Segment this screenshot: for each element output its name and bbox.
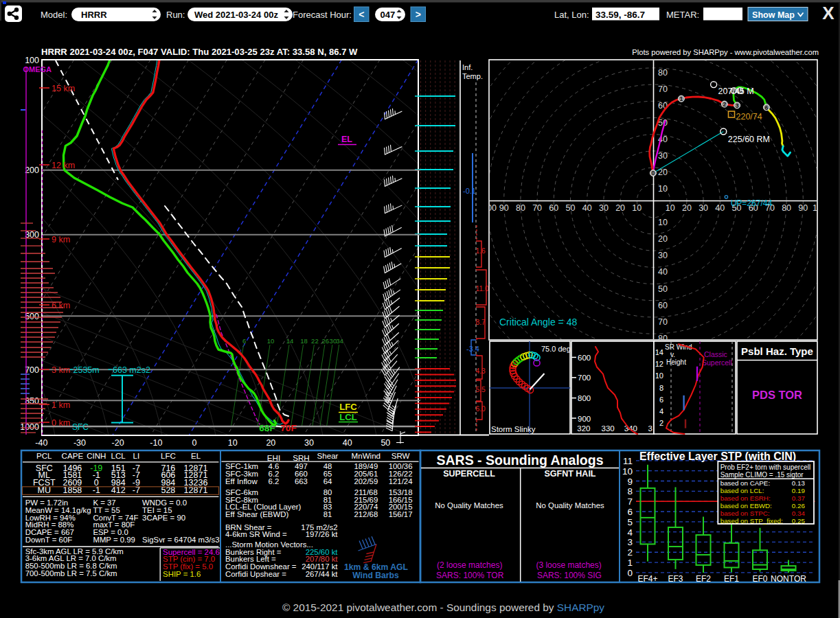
- svg-text:EHI: EHI: [267, 453, 280, 462]
- svg-text:14: 14: [286, 337, 294, 345]
- svg-text:70: 70: [658, 84, 668, 94]
- svg-text:1: 1: [680, 95, 683, 102]
- svg-text:75.0 deg: 75.0 deg: [541, 345, 571, 353]
- svg-text:-20: -20: [112, 438, 124, 448]
- svg-text:700: 700: [25, 365, 39, 375]
- svg-text:0: 0: [192, 438, 197, 448]
- svg-text:-10: -10: [150, 438, 162, 448]
- svg-text:0.19: 0.19: [792, 487, 805, 494]
- svg-text:50: 50: [381, 438, 390, 448]
- svg-text:Psbl Haz. Type: Psbl Haz. Type: [741, 345, 813, 357]
- svg-text:Supercell: Supercell: [702, 358, 732, 367]
- svg-text:UP=267/44: UP=267/44: [731, 198, 773, 208]
- svg-text:34: 34: [336, 337, 343, 345]
- svg-text:(3 loose matches): (3 loose matches): [536, 560, 601, 570]
- svg-text:SHIP = 1.6: SHIP = 1.6: [163, 570, 201, 578]
- svg-text:64: 64: [323, 477, 332, 485]
- svg-text:10: 10: [658, 218, 668, 227]
- svg-text:33.59, -86.7: 33.59, -86.7: [595, 10, 645, 20]
- svg-text:SGFNT HAIL: SGFNT HAIL: [545, 469, 596, 479]
- svg-text:HRRR 2021-03-24 00z, F047 VAL: HRRR 2021-03-24 00z, F047 VALID: Thu 202…: [41, 47, 358, 57]
- svg-text:Lat, Lon:: Lat, Lon:: [554, 10, 589, 20]
- svg-text:80: 80: [516, 203, 525, 213]
- svg-text:26: 26: [322, 337, 330, 345]
- svg-text:Inf.: Inf.: [462, 63, 473, 71]
- svg-text:80: 80: [658, 68, 668, 78]
- svg-text:Run:: Run:: [166, 10, 185, 20]
- svg-text:3: 3: [736, 102, 739, 109]
- svg-text:20: 20: [266, 438, 275, 448]
- svg-text:100: 100: [25, 56, 39, 65]
- svg-text:Corfidi Upshear =: Corfidi Upshear =: [225, 570, 286, 578]
- svg-text:2: 2: [659, 419, 663, 427]
- svg-text:based on STPC:: based on STPC:: [720, 510, 770, 517]
- svg-text:9 km: 9 km: [52, 235, 70, 244]
- svg-text:No Quality Matches: No Quality Matches: [435, 501, 503, 510]
- svg-text:>: >: [416, 9, 421, 20]
- svg-text:Sample CLIMO = .15 sigtor: Sample CLIMO = .15 sigtor: [720, 471, 804, 479]
- svg-text:EF2: EF2: [696, 574, 711, 584]
- svg-text:NONTOR: NONTOR: [771, 574, 806, 584]
- svg-text:based on STP_fixed:: based on STP_fixed:: [720, 517, 783, 525]
- svg-text:663: 663: [295, 477, 308, 485]
- svg-text:212/68: 212/68: [354, 510, 378, 518]
- svg-text:LFC: LFC: [161, 451, 176, 460]
- svg-text:Temp.: Temp.: [462, 72, 483, 80]
- svg-text:850: 850: [25, 396, 39, 406]
- svg-text:663 m2s2: 663 m2s2: [113, 365, 150, 375]
- svg-text:PDS TOR: PDS TOR: [752, 389, 802, 401]
- svg-text:DownT = 60F: DownT = 60F: [25, 536, 73, 544]
- svg-text:-0.1: -0.1: [463, 187, 476, 195]
- svg-text:based on ESRH:: based on ESRH:: [720, 494, 771, 502]
- svg-text:207/45 M: 207/45 M: [718, 87, 754, 96]
- svg-text:SARS: 100% SIG: SARS: 100% SIG: [537, 571, 602, 580]
- svg-text:CINH: CINH: [87, 451, 106, 460]
- svg-text:Wind Barbs: Wind Barbs: [352, 571, 399, 580]
- svg-text:800: 800: [578, 394, 591, 402]
- svg-text:OMEGA: OMEGA: [23, 65, 52, 73]
- svg-text:50: 50: [658, 284, 668, 294]
- svg-text:Shear: Shear: [317, 451, 339, 460]
- svg-text:EF1: EF1: [724, 574, 739, 584]
- svg-text:30: 30: [658, 151, 668, 161]
- svg-text:320: 320: [577, 424, 590, 433]
- svg-text:-30: -30: [73, 438, 86, 448]
- svg-text:700-500mb LR = 7.5 C/km: 700-500mb LR = 7.5 C/km: [25, 569, 117, 577]
- svg-text:© 2015-2021 pivotalweather.com: © 2015-2021 pivotalweather.com - Soundin…: [282, 602, 604, 613]
- svg-text:10: 10: [666, 203, 675, 213]
- svg-text:8: 8: [659, 384, 663, 392]
- svg-text:11.0: 11.0: [476, 285, 489, 293]
- svg-text:0.26: 0.26: [792, 502, 806, 510]
- svg-text:8: 8: [627, 486, 633, 496]
- svg-text:EF0: EF0: [752, 574, 767, 584]
- svg-text:20: 20: [615, 203, 625, 213]
- svg-text:220/74: 220/74: [736, 112, 762, 122]
- svg-text:10: 10: [622, 466, 633, 477]
- svg-text:40: 40: [715, 203, 725, 213]
- svg-text:8.7: 8.7: [476, 319, 486, 326]
- svg-text:Plots powered by SHARPpy - www: Plots powered by SHARPpy - www.pivotalwe…: [632, 48, 819, 56]
- svg-text:HRRR: HRRR: [81, 10, 107, 20]
- svg-text:Wed 2021-03-24 00z: Wed 2021-03-24 00z: [194, 10, 278, 20]
- svg-text:22: 22: [311, 337, 319, 345]
- svg-text:PCL: PCL: [36, 451, 52, 460]
- svg-text:225/60 RM: 225/60 RM: [728, 135, 770, 144]
- svg-text:121/24: 121/24: [389, 477, 413, 485]
- svg-text:3: 3: [648, 424, 652, 433]
- svg-text:90: 90: [499, 203, 509, 213]
- svg-text:10: 10: [658, 184, 668, 194]
- svg-text:LCL: LCL: [111, 451, 126, 460]
- svg-text:40: 40: [343, 438, 352, 448]
- svg-text:18: 18: [300, 337, 308, 345]
- svg-text:EF3: EF3: [668, 574, 683, 584]
- svg-text:4-6km SR Wind =: 4-6km SR Wind =: [225, 530, 287, 538]
- svg-text:70: 70: [658, 317, 668, 327]
- svg-text:50: 50: [566, 203, 576, 213]
- svg-text:9: 9: [627, 477, 633, 487]
- svg-text:Eff Inflow: Eff Inflow: [225, 477, 258, 485]
- svg-text:EL: EL: [341, 135, 352, 144]
- svg-text:40: 40: [582, 203, 592, 213]
- svg-text:600: 600: [578, 354, 591, 362]
- svg-text:Critical Angle = 48: Critical Angle = 48: [499, 317, 577, 328]
- svg-text:6.2: 6.2: [269, 477, 280, 485]
